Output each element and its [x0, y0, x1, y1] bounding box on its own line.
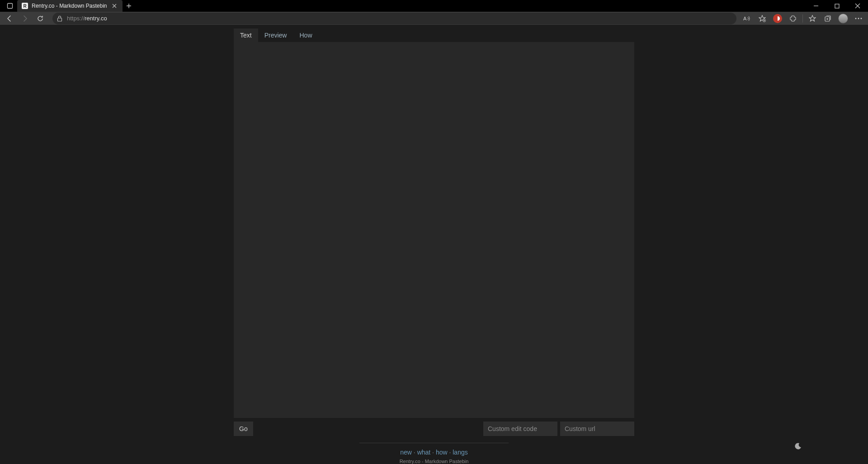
svg-rect-1	[835, 4, 839, 8]
svg-rect-2	[58, 18, 62, 21]
editor-tabs: Text Preview How	[234, 28, 634, 42]
tab-actions-icon[interactable]	[3, 0, 17, 12]
back-button[interactable]	[2, 12, 17, 25]
profile-avatar[interactable]	[835, 12, 851, 25]
browser-tab[interactable]: R Rentry.co - Markdown Pastebin	[17, 0, 123, 12]
custom-url-input[interactable]	[560, 422, 634, 436]
toolbar-divider	[802, 14, 803, 23]
read-aloud-icon[interactable]: A	[739, 12, 755, 25]
theme-toggle-moon-icon[interactable]	[794, 443, 802, 450]
svg-point-8	[861, 18, 862, 19]
tab-strip: R Rentry.co - Markdown Pastebin	[0, 0, 806, 12]
footer-link-what[interactable]: what	[417, 449, 431, 456]
tab-title: Rentry.co - Markdown Pastebin	[32, 3, 107, 9]
footer-tagline: Rentry.co - Markdown Pastebin	[234, 459, 634, 464]
tab-text[interactable]: Text	[234, 28, 258, 42]
refresh-button[interactable]	[33, 12, 48, 25]
collections-icon[interactable]	[820, 12, 835, 25]
maximize-button[interactable]	[826, 0, 847, 12]
svg-point-7	[858, 18, 859, 19]
more-menu-icon[interactable]	[851, 12, 866, 25]
toolbar-right: A	[739, 12, 866, 25]
page-viewport: Text Preview How Go new · what · how · l…	[0, 25, 868, 464]
address-bar[interactable]: https://rentry.co	[52, 13, 736, 24]
extension-badge-icon[interactable]	[770, 12, 785, 25]
lock-icon	[57, 15, 62, 22]
footer-link-new[interactable]: new	[400, 449, 412, 456]
new-tab-button[interactable]	[123, 0, 135, 12]
svg-point-6	[855, 18, 857, 19]
footer-link-how[interactable]: how	[436, 449, 448, 456]
tab-how[interactable]: How	[293, 28, 318, 42]
editor-textarea[interactable]	[234, 42, 634, 418]
window-controls	[806, 0, 868, 12]
rentry-app: Text Preview How Go new · what · how · l…	[234, 25, 634, 464]
star-add-icon[interactable]	[755, 12, 770, 25]
custom-edit-code-input[interactable]	[483, 422, 557, 436]
favorites-icon[interactable]	[805, 12, 820, 25]
browser-toolbar: https://rentry.co A	[0, 12, 868, 25]
favicon-icon: R	[22, 3, 28, 9]
bottom-row: Go	[234, 421, 634, 436]
tab-preview[interactable]: Preview	[258, 28, 293, 42]
close-tab-icon[interactable]	[111, 2, 118, 9]
minimize-button[interactable]	[806, 0, 826, 12]
go-button[interactable]: Go	[234, 422, 253, 436]
close-window-button[interactable]	[847, 0, 868, 12]
forward-button[interactable]	[17, 12, 33, 25]
svg-text:A: A	[743, 16, 747, 21]
url-text: https://rentry.co	[67, 15, 107, 22]
footer-link-langs[interactable]: langs	[453, 449, 467, 456]
svg-rect-0	[8, 4, 13, 9]
extensions-icon[interactable]	[785, 12, 801, 25]
footer-links: new · what · how · langs	[234, 443, 634, 456]
titlebar: R Rentry.co - Markdown Pastebin	[0, 0, 868, 12]
